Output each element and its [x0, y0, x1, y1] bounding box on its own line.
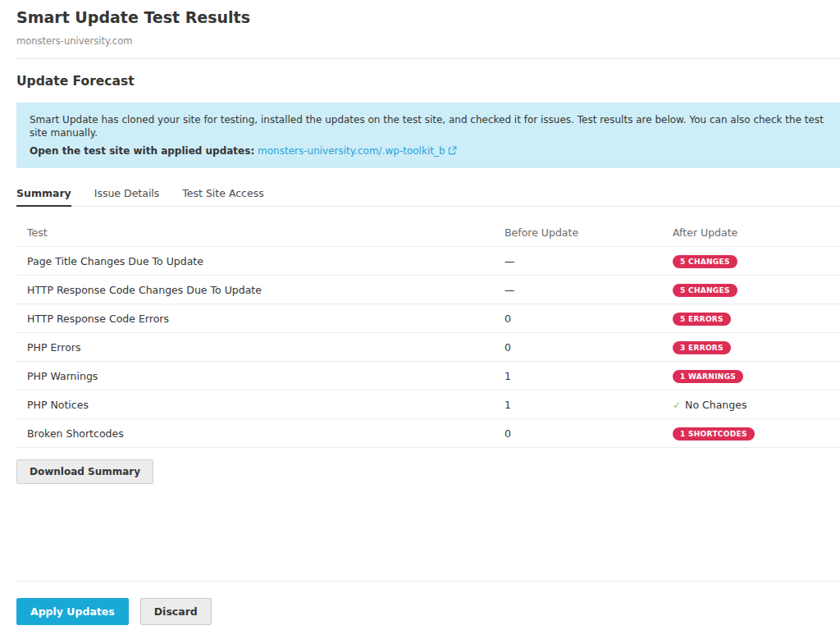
test-name: Page Title Changes Due To Update [16, 255, 504, 267]
tab-test-site-access[interactable]: Test Site Access [182, 182, 263, 205]
download-summary-button[interactable]: Download Summary [16, 459, 153, 484]
column-header-test: Test [16, 226, 504, 239]
status-badge: 5 CHANGES [673, 284, 737, 297]
status-badge: 5 ERRORS [673, 313, 731, 326]
footer-action-bar: Apply Updates Discard [0, 581, 840, 625]
table-row: Broken Shortcodes01 SHORTCODES [16, 419, 840, 448]
apply-updates-button[interactable]: Apply Updates [16, 598, 129, 625]
before-update-value: 1 [504, 399, 673, 411]
status-badge: 3 ERRORS [673, 341, 731, 354]
column-header-before-update: Before Update [504, 226, 673, 239]
info-banner: Smart Update has cloned your site for te… [16, 103, 840, 168]
banner-link-line: Open the test site with applied updates:… [30, 144, 827, 158]
tab-bar: SummaryIssue DetailsTest Site Access [16, 182, 840, 207]
page-subtitle: monsters-university.com [16, 35, 840, 47]
after-update-value: 3 ERRORS [673, 340, 840, 354]
table-header-row: Test Before Update After Update [16, 218, 840, 247]
test-name: Broken Shortcodes [16, 427, 504, 440]
external-link-icon [448, 145, 457, 158]
column-header-after-update: After Update [673, 226, 840, 239]
after-update-value: 1 SHORTCODES [673, 427, 840, 441]
table-row: PHP Notices1✓No Changes [16, 390, 840, 419]
before-update-value: 0 [504, 341, 673, 354]
page-title: Smart Update Test Results [16, 7, 840, 28]
before-update-value: — [504, 284, 673, 296]
after-update-value: 1 WARNINGS [673, 369, 840, 383]
test-name: PHP Notices [16, 399, 504, 411]
results-table: Test Before Update After Update Page Tit… [16, 218, 840, 448]
banner-link-label: Open the test site with applied updates: [30, 145, 254, 157]
tab-summary[interactable]: Summary [16, 182, 71, 207]
test-site-link[interactable]: monsters-university.com/.wp-toolkit_b [258, 145, 445, 157]
header-divider [16, 58, 840, 59]
test-name: HTTP Response Code Changes Due To Update [16, 284, 504, 296]
check-icon: ✓ [673, 399, 681, 411]
after-update-value: 5 ERRORS [673, 312, 840, 326]
status-badge: 1 WARNINGS [673, 370, 743, 383]
footer-divider [16, 581, 840, 582]
before-update-value: — [504, 255, 673, 267]
table-row: PHP Errors03 ERRORS [16, 333, 840, 362]
test-name: PHP Warnings [16, 370, 504, 382]
tab-issue-details[interactable]: Issue Details [94, 182, 160, 205]
before-update-value: 0 [504, 427, 673, 440]
after-update-value: ✓No Changes [673, 399, 840, 411]
before-update-value: 0 [504, 313, 673, 325]
table-row: PHP Warnings11 WARNINGS [16, 362, 840, 390]
test-name: PHP Errors [16, 341, 504, 354]
status-badge: 1 SHORTCODES [673, 427, 755, 441]
status-badge: 5 CHANGES [673, 255, 737, 268]
after-update-value: 5 CHANGES [673, 254, 840, 268]
table-row: HTTP Response Code Changes Due To Update… [16, 276, 840, 304]
before-update-value: 1 [504, 370, 673, 382]
test-name: HTTP Response Code Errors [16, 313, 504, 325]
banner-message: Smart Update has cloned your site for te… [30, 113, 827, 139]
after-update-value: 5 CHANGES [673, 283, 840, 297]
table-row: Page Title Changes Due To Update—5 CHANG… [16, 247, 840, 276]
table-row: HTTP Response Code Errors05 ERRORS [16, 304, 840, 333]
no-changes-label: No Changes [685, 399, 746, 411]
section-heading: Update Forecast [16, 73, 840, 89]
discard-button[interactable]: Discard [140, 598, 212, 625]
